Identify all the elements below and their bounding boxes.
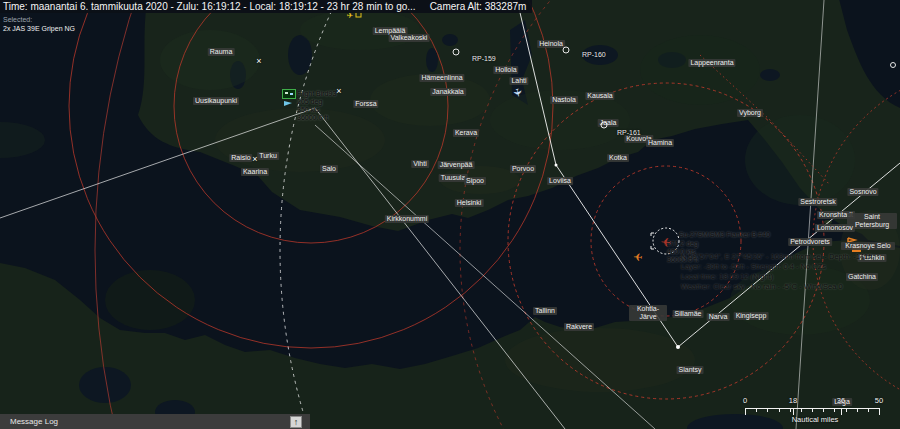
scale-minor-tick [823, 408, 824, 412]
map-place-label: Loviisa [547, 177, 573, 185]
gripen-datablock: Flight Bird93 205 deg 350 kts 36000.0 ft [297, 90, 336, 122]
svg-text:✈: ✈ [633, 250, 643, 264]
scale-tick-label: 36 [837, 396, 845, 405]
map-place-label: Heinola [537, 40, 565, 48]
map-place-label: Tuusula [439, 174, 468, 182]
scale-minor-tick [857, 408, 858, 412]
map-place-label: Uusikaupunki [193, 97, 239, 105]
scale-minor-tick [790, 408, 791, 412]
map-place-label: Tallinn [533, 307, 557, 315]
selected-value: 2x JAS 39E Gripen NG [3, 24, 75, 33]
scale-tick-label: 18 [789, 396, 797, 405]
reference-point-marker[interactable] [453, 49, 460, 56]
scale-tick-label: 0 [743, 396, 747, 405]
map-place-label: Narva [707, 313, 730, 321]
selected-unit-box: Selected: 2x JAS 39E Gripen NG [3, 15, 75, 33]
map-place-label: Kaarina [241, 168, 269, 176]
flanker-heading: 271.2 deg [667, 240, 698, 248]
map-place-label: Janakkala [430, 88, 466, 96]
selected-label: Selected: [3, 15, 75, 24]
cursor-info-tooltip: N 59°57'04", E 27°45'26" - 163nm from se… [681, 252, 872, 292]
scale-minor-tick [846, 408, 847, 412]
map-place-label: Turku [257, 152, 279, 160]
map-place-label: Sosnovo [847, 188, 878, 196]
map-place-label: Nastola [550, 96, 578, 104]
scale-minor-tick [801, 408, 802, 412]
map-place-label: Petrodvorets [788, 238, 832, 246]
map-place-label: Vyborg [737, 109, 763, 117]
map-place-label: Rauma [208, 48, 235, 56]
scale-minor-tick [812, 408, 813, 412]
scale-minor-tick [779, 408, 780, 412]
flanker-name: Su-27SM/SM3 Flanker B #40 [679, 231, 770, 239]
map-place-label: Kerava [453, 129, 479, 137]
scale-major-tick [841, 408, 842, 415]
reference-point-label: RP-161 [617, 129, 641, 136]
map-place-label: Sillamäe [673, 310, 704, 318]
flanker-datablock: Su-27SM/SM3 Flanker B #40 [679, 231, 770, 239]
reference-point-marker[interactable] [563, 47, 570, 54]
time-status-bar: Time: maanantai 6. tammikuuta 2020 - Zul… [0, 0, 532, 13]
map-place-label: Slantsy [677, 366, 704, 374]
scale-major-tick [745, 408, 746, 415]
map-place-label: Lappeenranta [688, 59, 735, 67]
map-place-label: Lomonosov [815, 224, 855, 232]
map-place-label: Krasnoye Selo [841, 242, 895, 250]
map-scale-bar: Nautical miles 0183650 [740, 394, 890, 426]
scale-tick-label: 50 [875, 396, 883, 405]
scale-minor-tick [868, 408, 869, 412]
message-log-title: Message Log [0, 417, 58, 426]
scale-minor-tick [756, 408, 757, 412]
map-place-label: Raisio [229, 154, 252, 162]
map-x-mark: × [336, 87, 341, 96]
camera-altitude-text: Camera Alt: 383287m [430, 1, 527, 12]
map-place-label: Hämeenlinna [419, 74, 464, 82]
map-place-label: Järvenpää [438, 161, 475, 169]
tooltip-weather-line: Weather: Clear sky - No rain - -5°C - Wi… [681, 282, 872, 292]
map-place-label: Kingisepp [734, 312, 769, 320]
scale-minor-tick [767, 408, 768, 412]
map-canvas[interactable]: ✈ ✈ ✈ ✈ [0, 0, 900, 429]
tooltip-layer-line: Layer: -30ft to -52ft - Strength: 0.4 - … [681, 262, 872, 272]
gripen-name: Flight Bird93 [297, 90, 336, 98]
map-place-label: Helsinki [455, 199, 484, 207]
time-text: Time: maanantai 6. tammikuuta 2020 - Zul… [3, 1, 416, 12]
tooltip-position-line: N 59°57'04", E 27°45'26" - 163nm from se… [681, 252, 872, 262]
map-place-label: Sestroretsk [798, 198, 837, 206]
reference-point-label: RP-159 [472, 55, 496, 62]
map-place-label: Sipoo [464, 177, 486, 185]
map-x-mark: × [256, 57, 261, 66]
map-place-label: Hollola [493, 66, 518, 74]
map-place-label: Forssa [353, 100, 378, 108]
tooltip-localtime-line: Local time: 18:19:12 (Night) [681, 272, 872, 282]
map-place-label: Porvoo [510, 165, 536, 173]
scale-major-tick [793, 408, 794, 415]
scale-unit-label: Nautical miles [740, 415, 890, 424]
map-place-label: Kirkkonummi [385, 215, 429, 223]
map-place-label: Hamina [646, 139, 674, 147]
gripen-altitude: 36000.0 ft [297, 114, 336, 122]
map-place-label: Vihti [411, 160, 429, 168]
map-place-label: Kausala [585, 92, 614, 100]
map-place-label: Valkeakoski [389, 34, 430, 42]
flanker-wingman-icon[interactable]: ✈ [633, 250, 643, 264]
message-log-bar[interactable]: Message Log ↑ [0, 414, 310, 429]
reference-point-label: RP-160 [582, 51, 606, 58]
gripen-heading: 205 deg [297, 98, 336, 106]
map-place-label: Rakvere [564, 323, 594, 331]
gripen-speed: 350 kts [297, 106, 336, 114]
map-place-label: Kotka [607, 154, 629, 162]
reference-point-marker[interactable] [601, 122, 608, 129]
message-log-expand-button[interactable]: ↑ [290, 416, 302, 428]
map-place-label: Salo [320, 165, 338, 173]
scale-minor-tick [834, 408, 835, 412]
map-place-label: Lahti [509, 77, 528, 85]
map-x-mark: × [252, 155, 257, 164]
map-place-label: Kohtla-Järve [629, 305, 667, 321]
sim-map-screen[interactable]: ✈ ✈ ✈ ✈ Flight Bird93 205 deg 350 kts 36… [0, 0, 900, 429]
scale-major-tick [879, 408, 880, 415]
